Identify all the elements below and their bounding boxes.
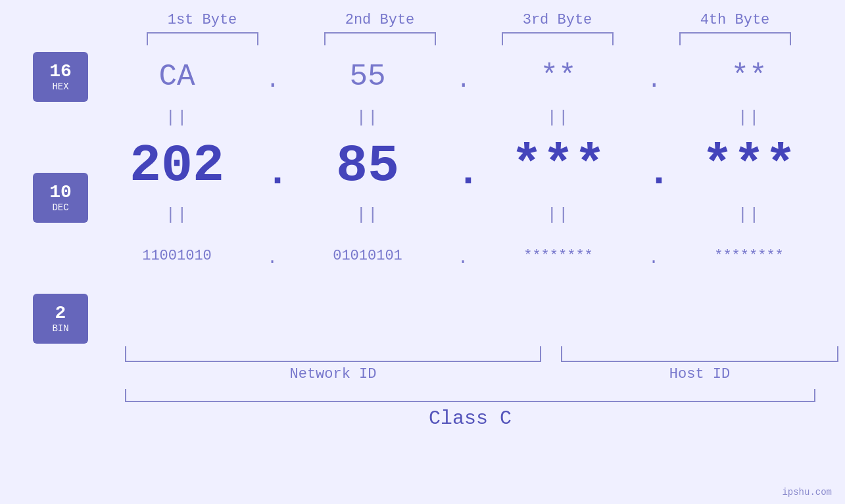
byte4-header: 4th Byte <box>646 12 824 28</box>
byte1-header: 1st Byte <box>114 12 291 28</box>
bin-byte4: ******** <box>660 248 838 264</box>
hex-byte3: ** <box>470 60 647 94</box>
bin-badge-num: 2 <box>55 304 66 324</box>
dec-row: 202 . 85 . *** . *** <box>88 133 845 199</box>
watermark: ipshu.com <box>782 487 832 497</box>
class-bracket <box>125 389 815 402</box>
main-area: 16 HEX 10 DEC 2 BIN <box>0 52 845 344</box>
dec-byte4: *** <box>660 140 838 193</box>
labels-column: 16 HEX 10 DEC 2 BIN <box>33 52 88 344</box>
host-bracket <box>561 346 838 362</box>
dec-byte3: *** <box>470 140 647 193</box>
bracket-labels: Network ID Host ID <box>125 366 838 382</box>
bin-byte1: 11001010 <box>88 248 266 264</box>
eq-6: || <box>279 205 456 225</box>
dot-bin-2: . <box>456 248 470 268</box>
spacer-1 <box>33 102 88 173</box>
bin-byte3: ******** <box>470 248 647 264</box>
spacer-2 <box>33 223 88 294</box>
eq-row-1: || || || || <box>88 102 845 133</box>
main-container: 1st Byte 2nd Byte 3rd Byte 4th Byte 16 H… <box>0 0 845 504</box>
class-label: Class C <box>125 407 815 430</box>
dot-hex-2: . <box>456 67 470 94</box>
dec-badge-row: 10 DEC <box>33 173 88 223</box>
eq-5: || <box>88 205 266 225</box>
bracket-cell-3 <box>469 32 646 45</box>
bracket-cell-4 <box>646 32 824 45</box>
dec-badge-num: 10 <box>49 183 72 203</box>
byte-headers: 1st Byte 2nd Byte 3rd Byte 4th Byte <box>0 12 845 28</box>
dot-hex-3: . <box>647 67 660 94</box>
network-bracket <box>125 346 541 362</box>
eq-1: || <box>88 108 266 127</box>
hex-badge: 16 HEX <box>33 52 88 102</box>
dot-hex-1: . <box>266 67 279 94</box>
top-brackets <box>0 32 845 45</box>
eq-2: || <box>279 108 456 127</box>
top-bracket-2 <box>324 32 436 45</box>
dec-badge-base: DEC <box>52 202 68 213</box>
host-label: Host ID <box>561 366 838 382</box>
bin-badge: 2 BIN <box>33 294 88 344</box>
dot-bin-1: . <box>266 248 279 268</box>
top-bracket-3 <box>502 32 614 45</box>
rows-column: CA . 55 . ** . ** || || || || 202 <box>88 52 845 281</box>
eq-8: || <box>660 205 838 225</box>
byte3-header: 3rd Byte <box>469 12 646 28</box>
eq-4: || <box>660 108 838 127</box>
hex-badge-row: 16 HEX <box>33 52 88 102</box>
top-bracket-4 <box>679 32 791 45</box>
top-bracket-1 <box>147 32 258 45</box>
bin-row: 11001010 . 01010101 . ******** . *******… <box>88 231 845 281</box>
bin-byte2: 01010101 <box>279 248 456 264</box>
hex-badge-base: HEX <box>52 81 68 92</box>
eq-row-2: || || || || <box>88 199 845 231</box>
byte2-header: 2nd Byte <box>291 12 469 28</box>
dot-dec-2: . <box>456 150 470 195</box>
bottom-brackets-row <box>125 346 838 362</box>
dot-bin-3: . <box>647 248 660 268</box>
class-row: Class C <box>0 389 845 430</box>
bracket-cell-2 <box>291 32 469 45</box>
hex-badge-num: 16 <box>49 62 72 82</box>
dec-badge: 10 DEC <box>33 173 88 223</box>
bracket-cell-1 <box>114 32 291 45</box>
dec-byte2: 85 <box>279 140 456 193</box>
eq-3: || <box>470 108 647 127</box>
hex-byte2: 55 <box>279 60 456 94</box>
hex-byte4: ** <box>660 60 838 94</box>
dec-byte1: 202 <box>88 140 266 193</box>
bottom-section: Network ID Host ID <box>0 346 845 382</box>
bin-badge-row: 2 BIN <box>33 294 88 344</box>
hex-byte1: CA <box>88 60 266 94</box>
dot-dec-1: . <box>266 150 279 195</box>
network-label: Network ID <box>125 366 541 382</box>
hex-row: CA . 55 . ** . ** <box>88 52 845 102</box>
eq-7: || <box>470 205 647 225</box>
bin-badge-base: BIN <box>52 323 68 334</box>
dot-dec-3: . <box>647 150 660 195</box>
